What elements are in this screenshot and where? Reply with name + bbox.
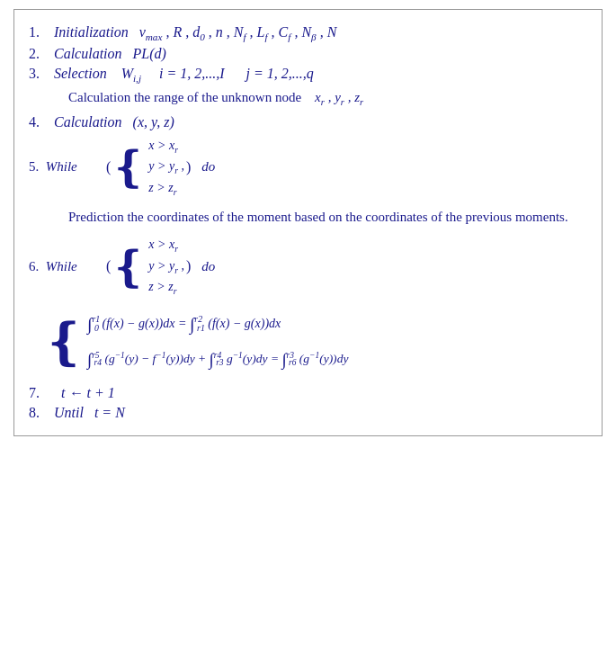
step-6-do: do: [198, 259, 215, 274]
step-4-formula: (x, y, z): [133, 114, 174, 130]
step-8-label: Until: [54, 405, 84, 420]
step-4-num: 4.: [29, 114, 54, 130]
step-2: 2. Calculation PL(d): [29, 46, 587, 62]
step-6-paren-close: ): [186, 258, 191, 274]
range-label: Calculation the range of the unknown nod…: [68, 90, 301, 104]
step-6: 6. While ( ❴ x > xr y > yr , z > zr ) do: [29, 235, 587, 298]
step-6-cond-3: z > zr: [148, 277, 184, 298]
range-formula: xr , yr , zr: [315, 90, 363, 104]
step-5-cond-3: z > zr: [148, 178, 184, 199]
step-3: 3. Selection Wi,j i = 1, 2,...,I j = 1, …: [29, 66, 587, 84]
step-8-content: Until t = N: [54, 405, 587, 421]
step-5-num-label: 5. While: [29, 159, 101, 175]
prediction-text: Prediction the coordinates of the moment…: [68, 210, 568, 224]
step-7-content: t ← t + 1: [54, 385, 587, 401]
step-1: 1. Initialization vmax , R , d0 , n , Nf…: [29, 24, 587, 42]
step-1-content: Initialization vmax , R , d0 , n , Nf , …: [54, 24, 587, 42]
step-6-cond-2: y > yr ,: [148, 256, 184, 277]
step-6-brace: ❴: [111, 247, 147, 286]
prediction-block: Prediction the coordinates of the moment…: [29, 206, 587, 228]
step-5-brace: ❴: [111, 148, 147, 186]
step-8: 8. Until t = N: [29, 405, 587, 421]
step-1-label: Initialization: [54, 24, 129, 40]
integrals-brace: ❴: [43, 317, 85, 367]
step-4-content: Calculation (x, y, z): [54, 114, 587, 130]
step-2-formula: PL(d): [133, 46, 166, 61]
step-1-formula: vmax , R , d0 , n , Nf , Lf , Cf , Nβ , …: [139, 24, 337, 40]
step-2-label: Calculation: [54, 46, 122, 61]
step-3-label: Selection: [54, 66, 107, 81]
step-2-num: 2.: [29, 46, 54, 62]
step-4: 4. Calculation (x, y, z): [29, 114, 587, 130]
step-1-num: 1.: [29, 24, 54, 40]
integrals-content: ∫r10 (f(x) − g(x))dx = ∫r2r1 (f(x) − g(x…: [87, 307, 348, 376]
step-5-cond-2: y > yr ,: [148, 157, 184, 177]
integrals-block: ❴ ∫r10 (f(x) − g(x))dx = ∫r2r1 (f(x) − g…: [43, 307, 587, 376]
step-3-formula: Wi,j i = 1, 2,...,I j = 1, 2,...,q: [121, 66, 314, 81]
step-5: 5. While ( ❴ x > xr y > yr , z > zr ) do: [29, 136, 587, 199]
step-8-num: 8.: [29, 405, 54, 421]
step-4-label: Calculation: [54, 114, 122, 130]
integral-line-2: ∫r5r4 (g−1(y) − f−1(y))dy + ∫r4r3 g−1(y)…: [87, 343, 348, 377]
step-8-formula: t = N: [94, 405, 125, 420]
step-2-content: Calculation PL(d): [54, 46, 587, 62]
step-7: 7. t ← t + 1: [29, 385, 587, 401]
step-3-indent: Calculation the range of the unknown nod…: [29, 87, 587, 110]
step-5-cond-1: x > xr: [148, 136, 184, 157]
step-6-conditions: x > xr y > yr , z > zr: [148, 235, 184, 298]
integral-line-1: ∫r10 (f(x) − g(x))dx = ∫r2r1 (f(x) − g(x…: [87, 307, 348, 342]
step-3-num: 3.: [29, 66, 54, 82]
step-6-num-label: 6. While: [29, 259, 101, 274]
step-3-content: Selection Wi,j i = 1, 2,...,I j = 1, 2,.…: [54, 66, 587, 84]
step-5-do: do: [198, 159, 215, 175]
step-6-cond-1: x > xr: [148, 235, 184, 255]
step-5-paren-close: ): [186, 159, 191, 175]
step-5-conditions: x > xr y > yr , z > zr: [148, 136, 184, 199]
main-container: 1. Initialization vmax , R , d0 , n , Nf…: [13, 9, 603, 436]
step-7-num: 7.: [29, 385, 54, 401]
